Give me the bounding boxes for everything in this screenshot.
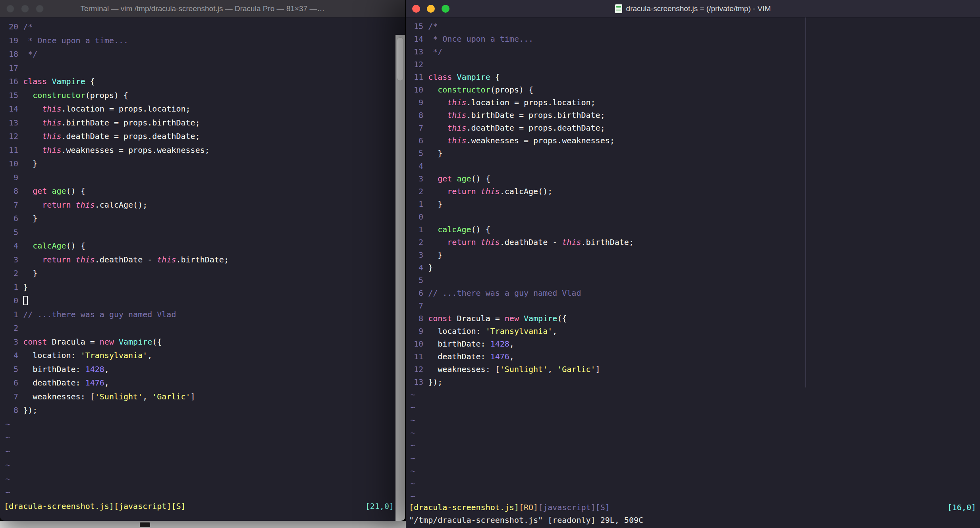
tilde: ~ — [4, 474, 10, 484]
token: weaknesses: [ — [23, 392, 95, 401]
token: 'Transylvania' — [81, 351, 148, 360]
macvim-window: dracula-screenshot.js = (/private/tmp) -… — [406, 0, 980, 528]
token: Dracula = — [47, 337, 99, 347]
tilde: ~ — [409, 390, 415, 399]
code-text: }); — [23, 405, 37, 415]
line-number: 6 — [409, 134, 423, 147]
line-number: 3 — [4, 253, 18, 267]
tilde: ~ — [4, 488, 10, 497]
token — [428, 85, 438, 94]
close-button[interactable] — [412, 5, 420, 13]
line-number: 4 — [4, 239, 18, 253]
tilde: ~ — [409, 491, 415, 501]
code-text: return this.calcAge(); — [23, 200, 147, 210]
close-button[interactable] — [6, 5, 14, 13]
code-line: 10 constructor(props) { — [409, 83, 980, 96]
token: calcAge — [438, 225, 471, 234]
code-line: 10 } — [4, 157, 405, 171]
line-number: 12 — [4, 129, 18, 143]
token: ({ — [557, 314, 567, 323]
line-number: 3 — [409, 249, 423, 261]
tilde: ~ — [409, 428, 415, 437]
code-line: 3 } — [409, 249, 980, 261]
tilde: ~ — [4, 419, 10, 429]
terminal-content: 20/*19 * Once upon a time...18 */1716cla… — [0, 17, 405, 521]
code-text: } — [428, 148, 442, 158]
minimize-button[interactable] — [427, 5, 435, 13]
line-number: 6 — [4, 212, 18, 225]
terminal-titlebar[interactable]: Terminal — vim /tmp/dracula-screenshot.j… — [0, 0, 405, 17]
token — [428, 136, 447, 145]
line-number: 8 — [4, 184, 18, 198]
token: Vampire — [119, 337, 152, 347]
token: */ — [23, 49, 37, 59]
code-line: 11 this.weaknesses = props.weaknesses; — [4, 143, 405, 157]
code-text: calcAge() { — [428, 225, 490, 234]
command-line: "/tmp/dracula-screenshot.js" [readonly] … — [406, 514, 980, 528]
line-number: 11 — [409, 71, 423, 83]
tilde-line: ~ — [409, 439, 980, 452]
code-text: } — [23, 268, 37, 278]
token: * Once upon a time... — [23, 36, 128, 45]
token: () { — [66, 186, 85, 196]
editor-area[interactable]: 20/*19 * Once upon a time...18 */1716cla… — [0, 17, 405, 499]
line-number: 1 — [4, 308, 18, 322]
status-file-info: [dracula-screenshot.js][javascript][S] — [4, 499, 186, 513]
line-number: 14 — [409, 33, 423, 45]
zoom-button[interactable] — [442, 5, 449, 13]
scrollbar-thumb[interactable] — [397, 37, 404, 81]
token: { — [85, 77, 95, 86]
tilde: ~ — [409, 466, 415, 476]
macvim-titlebar[interactable]: dracula-screenshot.js = (/private/tmp) -… — [406, 0, 980, 17]
token: , — [104, 364, 109, 374]
line-number: 13 — [409, 376, 423, 388]
token: Vampire — [524, 314, 557, 323]
line-number: 8 — [409, 109, 423, 121]
code-text: this.location = props.location; — [23, 104, 190, 114]
code-line: 8 get age() { — [4, 184, 405, 198]
terminal-window: Terminal — vim /tmp/dracula-screenshot.j… — [0, 0, 405, 521]
scrollbar[interactable] — [395, 35, 405, 521]
code-line: 12 — [409, 58, 980, 71]
token — [476, 187, 481, 196]
code-line: 7 return this.calcAge(); — [4, 198, 405, 212]
zoom-button[interactable] — [36, 5, 44, 13]
code-line: 7 weaknesses: ['Sunlight', 'Garlic'] — [4, 390, 405, 404]
token: Dracula = — [452, 314, 504, 323]
line-number: 0 — [409, 210, 423, 223]
code-line: 4} — [409, 261, 980, 274]
line-number: 20 — [4, 20, 18, 34]
code-line: 9 location: 'Transylvania', — [409, 325, 980, 337]
code-line: 9 this.location = props.location; — [409, 96, 980, 109]
token: this — [447, 98, 466, 107]
line-number: 12 — [409, 58, 423, 71]
token: , — [147, 351, 152, 360]
token: get — [438, 174, 452, 183]
line-number: 8 — [4, 403, 18, 417]
code-text: const Dracula = new Vampire({ — [23, 337, 162, 347]
code-line: 13 this.birthDate = props.birthDate; — [4, 116, 405, 130]
line-number: 7 — [409, 299, 423, 312]
tilde: ~ — [409, 441, 415, 450]
line-number: 2 — [409, 185, 423, 198]
token — [519, 314, 524, 323]
code-text: const Dracula = new Vampire({ — [428, 314, 567, 323]
code-line: 20/* — [4, 20, 405, 34]
editor-area[interactable]: 15/*14 * Once upon a time...13 */1211cla… — [406, 17, 980, 501]
token: return — [42, 255, 71, 264]
tilde-line: ~ — [4, 458, 405, 472]
line-number: 3 — [4, 335, 18, 349]
token: location: — [23, 351, 81, 360]
line-number: 11 — [409, 350, 423, 363]
traffic-lights — [0, 5, 44, 13]
token: this — [157, 255, 176, 264]
code-text: return this.deathDate - this.birthDate; — [428, 237, 634, 247]
token: this — [481, 187, 500, 196]
token: return — [42, 200, 71, 210]
minimize-button[interactable] — [21, 5, 29, 13]
code-line: 1 } — [409, 198, 980, 210]
line-number: 2 — [4, 321, 18, 335]
tilde-line: ~ — [409, 414, 980, 426]
token: this — [42, 145, 61, 155]
line-number: 5 — [4, 362, 18, 376]
